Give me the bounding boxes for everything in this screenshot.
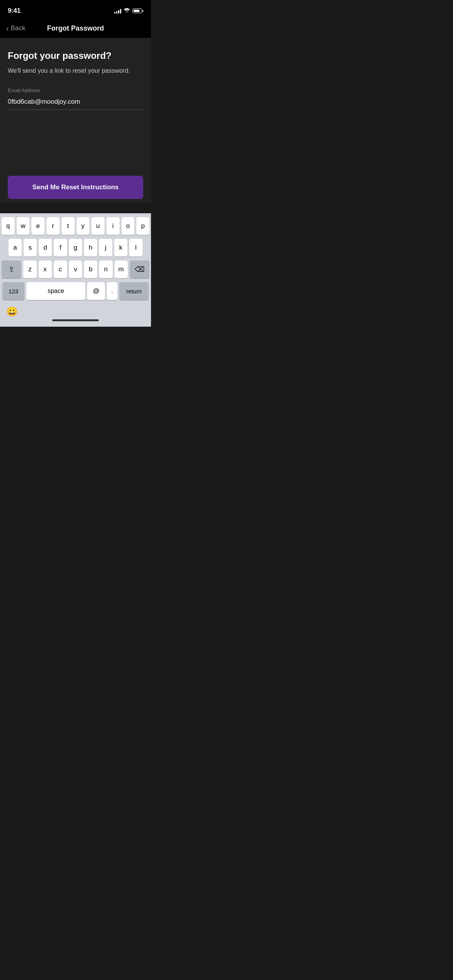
key-b[interactable]: b: [84, 260, 97, 278]
delete-key[interactable]: ⌫: [130, 260, 149, 278]
nav-title: Forgot Password: [47, 24, 104, 33]
back-chevron-icon: ‹: [6, 24, 9, 33]
emoji-button[interactable]: 😀: [6, 306, 18, 317]
key-k[interactable]: k: [114, 239, 127, 257]
key-n[interactable]: n: [99, 260, 112, 278]
battery-icon: [132, 9, 143, 13]
at-key[interactable]: @: [87, 282, 105, 300]
email-input[interactable]: [8, 96, 143, 110]
space-key[interactable]: space: [26, 282, 85, 300]
key-o[interactable]: o: [122, 217, 135, 235]
keyboard-row-bottom: 123 space @ . return: [2, 282, 149, 300]
keyboard: q w e r t y u i o p a s d f g h j k l ⇧ …: [0, 213, 151, 327]
signal-icon: [114, 8, 121, 14]
status-icons: [114, 8, 143, 14]
home-indicator-area: [2, 317, 149, 325]
key-u[interactable]: u: [91, 217, 105, 235]
key-g[interactable]: g: [69, 239, 82, 257]
send-reset-button[interactable]: Send Me Reset Instructions: [8, 176, 143, 199]
key-r[interactable]: r: [46, 217, 60, 235]
keyboard-row-1: q w e r t y u i o p: [2, 217, 149, 235]
key-a[interactable]: a: [9, 239, 22, 257]
page-description: We'll send you a link to reset your pass…: [8, 67, 143, 75]
key-j[interactable]: j: [99, 239, 112, 257]
key-l[interactable]: l: [129, 239, 142, 257]
status-bar: 9:41: [0, 0, 151, 19]
keyboard-row-3: ⇧ z x c v b n m ⌫: [2, 260, 149, 278]
key-x[interactable]: x: [39, 260, 52, 278]
key-v[interactable]: v: [69, 260, 82, 278]
wifi-icon: [124, 8, 130, 14]
key-h[interactable]: h: [84, 239, 97, 257]
home-indicator: [52, 319, 99, 321]
key-f[interactable]: f: [54, 239, 67, 257]
page-heading: Forgot your password?: [8, 50, 143, 61]
key-c[interactable]: c: [54, 260, 67, 278]
email-label: Email Address: [8, 87, 143, 93]
key-q[interactable]: q: [2, 217, 15, 235]
email-form-group: Email Address: [8, 87, 143, 110]
key-p[interactable]: p: [136, 217, 149, 235]
key-t[interactable]: t: [62, 217, 75, 235]
key-i[interactable]: i: [106, 217, 120, 235]
key-d[interactable]: d: [39, 239, 52, 257]
keyboard-row-2: a s d f g h j k l: [2, 239, 149, 257]
back-button[interactable]: ‹ Back: [6, 24, 25, 33]
return-key[interactable]: return: [119, 282, 149, 300]
dot-key[interactable]: .: [107, 282, 117, 300]
key-m[interactable]: m: [115, 260, 128, 278]
key-z[interactable]: z: [23, 260, 36, 278]
key-e[interactable]: e: [31, 217, 45, 235]
back-label: Back: [11, 24, 26, 32]
status-time: 9:41: [8, 7, 21, 15]
key-w[interactable]: w: [17, 217, 30, 235]
emoji-row: 😀: [2, 304, 149, 317]
key-y[interactable]: y: [77, 217, 90, 235]
shift-key[interactable]: ⇧: [2, 260, 21, 278]
key-s[interactable]: s: [24, 239, 37, 257]
nav-bar: ‹ Back Forgot Password: [0, 19, 151, 38]
numbers-key[interactable]: 123: [2, 282, 24, 300]
